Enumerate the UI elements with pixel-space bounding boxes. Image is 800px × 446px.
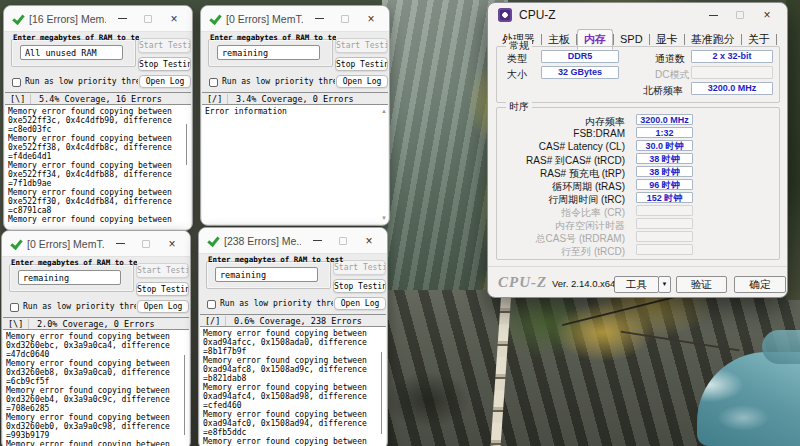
log-scrollbar[interactable] — [180, 332, 188, 446]
low-priority-checkbox[interactable] — [207, 300, 216, 309]
close-icon: × — [763, 9, 770, 21]
scroll-up-arrow-icon[interactable]: ▲ — [381, 108, 387, 114]
titlebar[interactable]: [16 Errors] Mem... × — [4, 6, 192, 32]
stop-testing-button[interactable]: Stop Testing — [333, 279, 386, 293]
close-button[interactable]: × — [164, 11, 184, 27]
ram-prompt-label: Enter megabytes of RAM to test — [13, 33, 139, 42]
memtest-app-icon — [10, 238, 21, 249]
timing-label: CAS# Latency (CL) — [497, 141, 625, 152]
cpuz-logo: CPU-Z — [498, 274, 547, 291]
titlebar[interactable]: [238 Errors] Me... × — [199, 228, 387, 254]
open-log-button[interactable]: Open Log — [336, 75, 388, 88]
ram-amount-input[interactable] — [217, 45, 320, 60]
maximize-button[interactable] — [138, 11, 158, 27]
minimize-button[interactable] — [112, 11, 132, 27]
minimize-button[interactable] — [110, 236, 130, 252]
start-testing-button[interactable]: Start Testing — [335, 38, 388, 53]
minimize-button[interactable] — [703, 7, 723, 23]
log-entry: Memory error found copying between 0xd32… — [6, 332, 179, 359]
titlebar[interactable]: [0 Errors] MemT... × — [201, 6, 389, 32]
start-testing-button[interactable]: Start Testing — [136, 263, 189, 278]
maximize-icon — [736, 11, 744, 19]
window-body: Enter megabytes of RAM to test Start Tes… — [2, 257, 190, 446]
window-title: CPU-Z — [519, 8, 696, 22]
timing-value: 30.0 时钟 — [636, 140, 693, 151]
tools-dropdown-button[interactable]: ▼ — [658, 276, 671, 293]
open-log-button[interactable]: Open Log — [139, 75, 191, 88]
error-log[interactable]: Memory error found copying between 0xe52… — [5, 105, 191, 229]
ram-amount-input[interactable] — [215, 267, 318, 282]
tab-spd[interactable]: SPD — [614, 31, 649, 47]
minimize-button[interactable] — [309, 11, 329, 27]
error-log[interactable]: Memory error found copying between 0xad9… — [200, 327, 386, 446]
dc-mode-value — [691, 66, 773, 79]
timing-value — [636, 218, 693, 229]
ram-prompt-label: Enter megabytes of RAM to test — [210, 33, 336, 42]
close-icon: × — [365, 235, 372, 247]
open-log-button[interactable]: Open Log — [137, 300, 189, 313]
memory-size-value: 32 GBytes — [541, 66, 619, 79]
stop-testing-button[interactable]: Stop Testing — [335, 57, 388, 71]
scrollbar-thumb[interactable] — [381, 352, 382, 434]
close-button[interactable]: × — [162, 236, 182, 252]
memory-type-label: 类型 — [507, 52, 527, 66]
general-group-label: 常规 — [506, 40, 532, 52]
log-entry: Error information — [205, 107, 378, 116]
log-entry: Memory error found copying between 0xe52… — [8, 161, 181, 188]
minimize-icon — [118, 18, 127, 19]
low-priority-checkbox[interactable] — [10, 303, 19, 312]
maximize-icon — [341, 15, 349, 23]
scroll-down-arrow-icon[interactable]: ▼ — [381, 215, 387, 221]
log-scrollbar[interactable]: ▲ ▼ — [379, 107, 387, 222]
log-scrollbar[interactable] — [182, 107, 190, 227]
close-icon: × — [367, 13, 374, 25]
close-button[interactable]: × — [359, 233, 379, 249]
scrollbar-thumb[interactable] — [184, 355, 185, 435]
ram-amount-input[interactable] — [18, 270, 121, 285]
minimize-icon — [709, 15, 718, 16]
close-button[interactable]: × — [757, 7, 777, 23]
maximize-button[interactable] — [730, 7, 750, 23]
maximize-button[interactable] — [136, 236, 156, 252]
log-entry: Memory error found copying between 0xad9… — [203, 329, 376, 356]
open-log-button[interactable]: Open Log — [334, 297, 386, 310]
memtest-window-1: [16 Errors] Mem... × Enter megabytes of … — [3, 5, 193, 231]
error-log[interactable]: Error information — [202, 105, 388, 224]
error-log[interactable]: Memory error found copying between 0xd32… — [3, 330, 189, 446]
titlebar[interactable]: [0 Errors] MemT... × — [2, 231, 190, 257]
tools-button[interactable]: 工具 — [614, 276, 659, 293]
log-entry: Memory error found copying between 0xd32… — [6, 413, 179, 440]
scrollbar-thumb[interactable] — [186, 124, 187, 165]
log-scrollbar[interactable] — [377, 329, 385, 446]
log-entry: Memory error found copying between 0xd32… — [6, 359, 179, 386]
titlebar[interactable]: CPU-Z × — [488, 3, 787, 27]
coverage-status: 5.4% Coverage, 16 Errors — [31, 94, 162, 104]
maximize-icon — [339, 237, 347, 245]
memtest-app-icon — [12, 13, 23, 24]
chevron-down-icon: ▼ — [662, 281, 668, 287]
log-entry: Memory error found copying between — [6, 440, 179, 446]
validate-button[interactable]: 验证 — [676, 276, 727, 293]
low-priority-checkbox[interactable] — [209, 78, 218, 87]
timing-row: 指令比率 (CR) — [497, 205, 779, 218]
timing-label: FSB:DRAM — [497, 128, 625, 139]
stop-testing-button[interactable]: Stop Testing — [136, 282, 189, 296]
maximize-button[interactable] — [333, 233, 353, 249]
log-entry: Memory error found copying between 0xad9… — [203, 383, 376, 410]
close-button[interactable]: × — [361, 11, 381, 27]
timing-value: 152 时钟 — [636, 192, 693, 203]
ok-button[interactable]: 确定 — [734, 276, 786, 293]
maximize-button[interactable] — [335, 11, 355, 27]
memtest-window-3: [0 Errors] MemT... × Enter megabytes of … — [1, 230, 191, 446]
log-entry: Memory error found copying between 0xe52… — [8, 134, 181, 161]
coverage-status: 2.0% Coverage, 0 Errors — [29, 319, 155, 329]
nb-frequency-value: 3200.0 MHz — [691, 82, 773, 95]
log-entry: Memory error found copying between 0xe52… — [8, 188, 181, 215]
ram-amount-input[interactable] — [20, 45, 123, 60]
start-testing-button[interactable]: Start Testing — [138, 38, 191, 53]
stop-testing-button[interactable]: Stop Testing — [138, 57, 191, 71]
window-title: [238 Errors] Me... — [224, 235, 301, 247]
low-priority-checkbox[interactable] — [12, 78, 21, 87]
timing-value: 3200.0 MHz — [636, 114, 693, 125]
minimize-button[interactable] — [307, 233, 327, 249]
